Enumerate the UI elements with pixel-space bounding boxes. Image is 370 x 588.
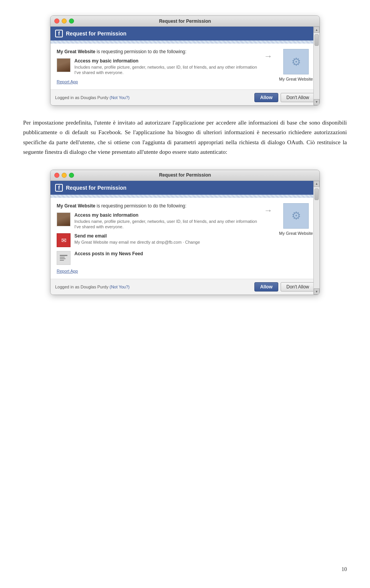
close-button-2[interactable] bbox=[54, 173, 59, 178]
scrollbar-up[interactable]: ▲ bbox=[314, 27, 320, 33]
scrollbar-up-2[interactable]: ▲ bbox=[314, 181, 320, 187]
fb-logo-icon-2: f bbox=[55, 184, 63, 192]
scrollbar-2[interactable]: ▲ ▼ bbox=[313, 181, 320, 295]
permission2-item-2: ✉ Send me email My Great Website may ema… bbox=[57, 233, 258, 247]
app-icon: ⚙ bbox=[283, 49, 309, 74]
window2-title: Request for Permission bbox=[159, 172, 211, 178]
svg-rect-1 bbox=[60, 257, 65, 258]
scrollbar-down-2[interactable]: ▼ bbox=[314, 288, 320, 295]
scrollbar-track[interactable] bbox=[314, 33, 320, 99]
gear-icon: ⚙ bbox=[291, 56, 301, 68]
perm2-title-1: Access my basic information bbox=[74, 212, 258, 218]
permission-item-1: Access my basic information Includes nam… bbox=[57, 58, 258, 76]
email-icon: ✉ bbox=[57, 233, 71, 247]
page-number: 10 bbox=[341, 566, 347, 573]
user-avatar-2 bbox=[57, 212, 71, 226]
permission2-item-3: Access posts in my News Feed bbox=[57, 251, 258, 265]
arrow-icon: → bbox=[264, 51, 272, 61]
avatar-face bbox=[57, 59, 70, 72]
dont-allow-button[interactable]: Don't Allow bbox=[281, 93, 315, 102]
perm2-desc-2: My Great Website may email me directly a… bbox=[74, 239, 200, 245]
app-name: My Great Website bbox=[279, 77, 313, 81]
svg-rect-0 bbox=[60, 255, 67, 256]
requesting-text-2: My Great Website is requesting permissio… bbox=[57, 203, 258, 209]
app-icon-2: ⚙ bbox=[283, 203, 309, 229]
dont-allow-button-2[interactable]: Don't Allow bbox=[281, 282, 315, 291]
permission1-title: Access my basic information bbox=[74, 58, 258, 64]
fb-footer-2: Logged in as Douglas Purdy (Not You?) Al… bbox=[50, 279, 320, 295]
allow-button-2[interactable]: Allow bbox=[254, 282, 278, 291]
logged-in-text: Logged in as Douglas Purdy (Not You?) bbox=[55, 95, 130, 100]
body-text: Per impostazione predefinita, l'utente è… bbox=[23, 118, 347, 157]
report-app-link-2[interactable]: Report App bbox=[57, 269, 258, 273]
footer-buttons: Allow Don't Allow bbox=[254, 93, 315, 102]
fb-body-left-2: My Great Website is requesting permissio… bbox=[57, 203, 258, 274]
permission1-desc: Includes name, profile picture, gender, … bbox=[74, 64, 258, 76]
arrow-icon-2: → bbox=[264, 206, 272, 216]
scrollbar-thumb[interactable] bbox=[314, 34, 319, 46]
fb-footer: Logged in as Douglas Purdy (Not You?) Al… bbox=[50, 89, 320, 105]
perm2-text-1: Access my basic information Includes nam… bbox=[74, 212, 258, 230]
scrollbar-down[interactable]: ▼ bbox=[314, 99, 320, 105]
gear-icon-2: ⚙ bbox=[291, 209, 301, 222]
newsfeed-icon bbox=[57, 251, 71, 265]
not-you-link-2[interactable]: (Not You?) bbox=[109, 285, 130, 289]
requesting-text: My Great Website is requesting permissio… bbox=[57, 49, 258, 54]
minimize-button[interactable] bbox=[62, 19, 67, 24]
avatar-face-2 bbox=[57, 213, 70, 226]
window1-titlebar: Request for Permission bbox=[50, 16, 320, 27]
fb-body-2: My Great Website is requesting permissio… bbox=[50, 198, 320, 279]
fb-header-text-2: Request for Permission bbox=[66, 185, 126, 191]
svg-rect-2 bbox=[60, 258, 66, 259]
perm2-desc-1: Includes name, profile picture, gender, … bbox=[74, 219, 258, 230]
fb-body: My Great Website is requesting permissio… bbox=[50, 44, 320, 89]
fb-header-2: f Request for Permission bbox=[50, 181, 320, 195]
fb-stripe bbox=[50, 40, 320, 44]
maximize-button-2[interactable] bbox=[69, 173, 74, 178]
scrollbar[interactable]: ▲ ▼ bbox=[313, 27, 320, 105]
report-app-link[interactable]: Report App bbox=[57, 79, 258, 84]
app-box-2: ⚙ My Great Website bbox=[279, 203, 313, 236]
svg-rect-3 bbox=[60, 260, 64, 261]
window1: Request for Permission f Request for Per… bbox=[50, 15, 320, 106]
permission1-text: Access my basic information Includes nam… bbox=[74, 58, 258, 76]
fb-body-left: My Great Website is requesting permissio… bbox=[57, 49, 258, 84]
scrollbar-track-2[interactable] bbox=[314, 187, 320, 289]
fb-header: f Request for Permission bbox=[50, 27, 320, 40]
permission2-item-1: Access my basic information Includes nam… bbox=[57, 212, 258, 230]
app-box: ⚙ My Great Website bbox=[279, 49, 313, 81]
minimize-button-2[interactable] bbox=[62, 173, 67, 178]
close-button[interactable] bbox=[54, 19, 59, 24]
logged-in-text-2: Logged in as Douglas Purdy (Not You?) bbox=[55, 285, 130, 289]
perm2-text-3: Access posts in my News Feed bbox=[74, 251, 143, 257]
perm2-title-2: Send me email bbox=[74, 233, 200, 239]
window2: Request for Permission f Request for Per… bbox=[50, 170, 320, 295]
scrollbar-thumb-2[interactable] bbox=[314, 189, 319, 200]
app-name-2: My Great Website bbox=[279, 231, 313, 236]
not-you-link[interactable]: (Not You?) bbox=[109, 95, 130, 100]
perm2-text-2: Send me email My Great Website may email… bbox=[74, 233, 200, 245]
window1-title: Request for Permission bbox=[159, 19, 211, 24]
perm2-title-3: Access posts in my News Feed bbox=[74, 251, 143, 256]
fb-logo-icon: f bbox=[55, 30, 63, 37]
maximize-button[interactable] bbox=[69, 19, 74, 24]
window2-titlebar: Request for Permission bbox=[50, 170, 320, 181]
user-avatar bbox=[57, 58, 71, 72]
footer-buttons-2: Allow Don't Allow bbox=[254, 282, 315, 291]
fb-header-text: Request for Permission bbox=[66, 30, 126, 37]
allow-button[interactable]: Allow bbox=[254, 93, 278, 102]
fb-stripe-2 bbox=[50, 195, 320, 198]
